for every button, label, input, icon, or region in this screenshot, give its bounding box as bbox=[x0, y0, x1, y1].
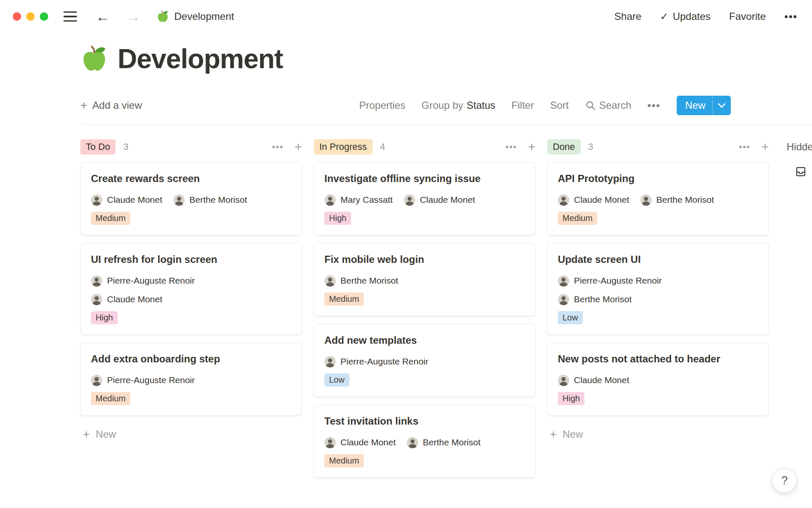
priority-badge: Medium bbox=[558, 212, 597, 225]
assignee-name: Pierre-Auguste Renoir bbox=[107, 276, 195, 286]
column-count: 4 bbox=[380, 141, 385, 152]
assignee-row: Pierre-Auguste Renoir bbox=[91, 373, 291, 387]
assignee-name: Claude Monet bbox=[107, 195, 162, 205]
priority-row: Medium bbox=[558, 212, 758, 225]
column-more-icon[interactable]: ••• bbox=[272, 142, 283, 152]
view-toolbar: + Add a view Properties Group by Status … bbox=[80, 96, 731, 115]
column-title-badge[interactable]: Done bbox=[547, 139, 581, 155]
share-button[interactable]: Share bbox=[614, 11, 642, 22]
assignee: Pierre-Auguste Renoir bbox=[91, 275, 195, 287]
avatar-icon bbox=[558, 275, 569, 287]
priority-row: Medium bbox=[324, 454, 525, 467]
column-count: 3 bbox=[123, 141, 128, 152]
column-header: Done3•••+ bbox=[547, 138, 769, 156]
avatar-icon bbox=[324, 194, 336, 206]
card-title: UI refresh for login screen bbox=[91, 254, 291, 265]
assignee-name: Claude Monet bbox=[107, 294, 162, 304]
check-icon: ✓ bbox=[660, 11, 669, 22]
more-icon[interactable]: ••• bbox=[785, 11, 798, 22]
assignee-name: Claude Monet bbox=[574, 375, 629, 385]
minimize-window-button[interactable] bbox=[26, 12, 35, 21]
assignee-name: Berthe Morisot bbox=[656, 195, 714, 205]
forward-icon[interactable]: → bbox=[126, 9, 140, 24]
hidden-columns-label[interactable]: Hidden bbox=[787, 141, 812, 153]
board-column-done: Done3•••+API PrototypingClaude MonetBert… bbox=[547, 138, 769, 445]
column-add-icon[interactable]: + bbox=[528, 141, 535, 153]
card[interactable]: Investigate offline syncing issueMary Ca… bbox=[314, 162, 535, 235]
zoom-window-button[interactable] bbox=[40, 12, 48, 21]
properties-button[interactable]: Properties bbox=[359, 99, 405, 111]
avatar-icon bbox=[558, 294, 569, 305]
column-more-icon[interactable]: ••• bbox=[739, 142, 750, 152]
search-label: Search bbox=[599, 99, 631, 111]
priority-row: High bbox=[558, 392, 758, 405]
updates-label: Updates bbox=[673, 11, 710, 22]
page-apple-emoji-icon bbox=[80, 45, 108, 73]
chevron-down-icon[interactable] bbox=[713, 103, 731, 108]
assignee: Claude Monet bbox=[324, 437, 396, 448]
help-button[interactable]: ? bbox=[772, 468, 797, 493]
avatar-icon bbox=[407, 437, 418, 448]
card[interactable]: Add new templatesPierre-Auguste RenoirLo… bbox=[314, 324, 535, 397]
hidden-columns: Hidden No Status bbox=[781, 138, 812, 177]
hidden-column-item[interactable]: No Status bbox=[787, 166, 812, 177]
search-button[interactable]: Search bbox=[585, 99, 631, 111]
card[interactable]: UI refresh for login screenPierre-August… bbox=[80, 243, 302, 335]
updates-button[interactable]: ✓ Updates bbox=[660, 11, 711, 22]
card-title: Add new templates bbox=[324, 334, 525, 346]
column-title-badge[interactable]: To Do bbox=[80, 139, 115, 155]
board-group-icon bbox=[795, 166, 807, 177]
new-card-button[interactable]: +New bbox=[80, 423, 302, 445]
card[interactable]: Add extra onboarding stepPierre-Auguste … bbox=[80, 342, 302, 416]
toolbar-more-icon[interactable]: ••• bbox=[647, 99, 661, 111]
sidebar-menu-icon[interactable] bbox=[63, 11, 77, 22]
column-title-badge[interactable]: In Progress bbox=[314, 139, 373, 155]
sort-button[interactable]: Sort bbox=[550, 99, 569, 111]
priority-row: High bbox=[324, 212, 525, 225]
assignee: Mary Cassatt bbox=[324, 194, 393, 206]
assignee-row: Claude MonetBerthe Morisot bbox=[324, 436, 525, 449]
assignee-row: Claude Monet bbox=[558, 373, 758, 387]
column-add-icon[interactable]: + bbox=[294, 141, 302, 153]
card[interactable]: Test invitation linksClaude MonetBerthe … bbox=[314, 405, 535, 478]
close-window-button[interactable] bbox=[13, 12, 21, 21]
priority-row: Low bbox=[558, 311, 758, 324]
priority-badge: Medium bbox=[91, 212, 130, 225]
favorite-button[interactable]: Favorite bbox=[729, 11, 766, 22]
avatar-icon bbox=[558, 194, 569, 206]
priority-badge: Medium bbox=[324, 293, 364, 306]
new-card-button[interactable]: +New bbox=[547, 423, 769, 445]
card-title: Add extra onboarding step bbox=[91, 353, 291, 365]
assignee: Berthe Morisot bbox=[558, 294, 632, 305]
plus-icon: + bbox=[83, 428, 90, 440]
assignee-row: Berthe Morisot bbox=[558, 293, 758, 306]
avatar-icon bbox=[91, 375, 102, 386]
card[interactable]: Update screen UIPierre-Auguste RenoirBer… bbox=[547, 243, 769, 335]
column-add-icon[interactable]: + bbox=[761, 141, 769, 153]
window-controls bbox=[13, 12, 48, 21]
avatar-icon bbox=[91, 275, 102, 287]
card[interactable]: Fix mobile web loginBerthe MorisotMedium bbox=[314, 243, 535, 316]
assignee-row: Pierre-Auguste Renoir bbox=[558, 274, 758, 287]
plus-icon: + bbox=[550, 428, 557, 440]
priority-badge: High bbox=[91, 311, 118, 324]
board-column-in-progress: In Progress4•••+Investigate offline sync… bbox=[314, 138, 535, 486]
assignee-row: Pierre-Auguste Renoir bbox=[324, 355, 525, 368]
filter-button[interactable]: Filter bbox=[511, 99, 534, 111]
new-button[interactable]: New bbox=[677, 96, 731, 115]
card[interactable]: Create rewards screenClaude MonetBerthe … bbox=[80, 162, 302, 235]
assignee: Berthe Morisot bbox=[640, 194, 714, 206]
back-icon[interactable]: ← bbox=[96, 9, 110, 24]
avatar-icon bbox=[91, 194, 102, 206]
group-by-button[interactable]: Group by Status bbox=[422, 99, 496, 111]
assignee-row: Mary CassattClaude Monet bbox=[324, 193, 525, 207]
breadcrumb[interactable]: Development bbox=[156, 10, 234, 23]
card-title: New posts not attached to header bbox=[558, 353, 758, 365]
column-more-icon[interactable]: ••• bbox=[505, 142, 517, 152]
card[interactable]: API PrototypingClaude MonetBerthe Moriso… bbox=[547, 162, 769, 235]
assignee-name: Claude Monet bbox=[574, 195, 629, 205]
assignee-row: Pierre-Auguste Renoir bbox=[91, 274, 291, 287]
avatar-icon bbox=[640, 194, 652, 206]
card[interactable]: New posts not attached to headerClaude M… bbox=[547, 342, 769, 416]
add-view-button[interactable]: + Add a view bbox=[80, 99, 142, 112]
